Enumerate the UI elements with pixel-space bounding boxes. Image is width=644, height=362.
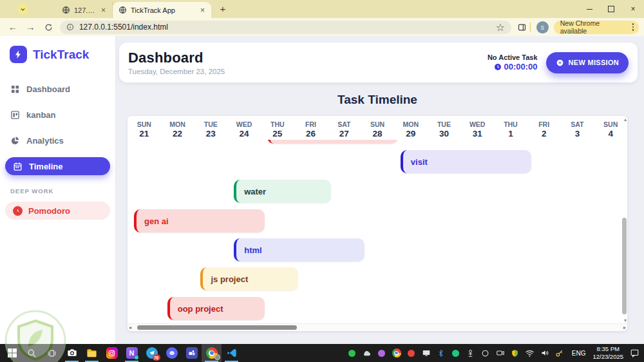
scrollbar-down-icon[interactable]: ▾ bbox=[624, 318, 627, 323]
site-info-icon[interactable] bbox=[66, 23, 74, 31]
vscode-app[interactable] bbox=[222, 344, 242, 362]
camera-icon bbox=[67, 348, 77, 358]
day-of-week: FRI bbox=[294, 120, 328, 129]
timeline-day-tue-30: TUE30 bbox=[428, 120, 461, 140]
sidebar-item-timeline[interactable]: Timeline bbox=[5, 157, 110, 175]
sidebar-item-pomodoro[interactable]: Pomodoro bbox=[5, 202, 110, 220]
task-bar-gen-ai[interactable]: gen ai bbox=[134, 209, 265, 233]
tab-search-button[interactable] bbox=[17, 4, 28, 15]
app-logo: TickTrack bbox=[0, 36, 115, 63]
browser-chrome: 127.0.0.1 × TickTrack App × + × ← → bbox=[0, 0, 644, 36]
task-bar-oop-project[interactable]: oop project bbox=[167, 297, 265, 320]
tab-close-icon[interactable]: × bbox=[198, 6, 207, 15]
browser-tab-inactive[interactable]: 127.0.0.1 × bbox=[56, 2, 113, 18]
horizontal-scrollbar-thumb[interactable] bbox=[137, 325, 297, 330]
globe-favicon-icon bbox=[118, 6, 127, 14]
task-label: gen ai bbox=[144, 216, 169, 226]
discord-app[interactable] bbox=[162, 344, 182, 362]
teams-app[interactable] bbox=[182, 344, 202, 362]
app-logo-text: TickTrack bbox=[33, 48, 89, 62]
task-bar-html[interactable]: html bbox=[234, 238, 365, 262]
horizontal-scrollbar[interactable]: ◂ ▸ bbox=[128, 323, 627, 331]
sidebar: TickTrack DashboardkanbanAnalyticsTimeli… bbox=[0, 36, 116, 344]
sidebar-item-label: Timeline bbox=[29, 162, 63, 171]
timeline-day-thu-25: THU25 bbox=[261, 120, 294, 140]
windows-taskbar: N76 ENG 8:35 PM 12/23/2025 bbox=[0, 344, 644, 362]
timeline-title: Task Timeline bbox=[128, 93, 627, 107]
battery-icon[interactable] bbox=[480, 348, 491, 358]
browser-tab-active[interactable]: TickTrack App × bbox=[113, 2, 211, 18]
defender-shield-icon[interactable] bbox=[510, 348, 520, 358]
timeline-day-sun-4: SUN4 bbox=[594, 120, 627, 140]
sidebar-item-analytics[interactable]: Analytics bbox=[0, 131, 115, 149]
day-number: 27 bbox=[327, 129, 361, 139]
cloud-icon[interactable] bbox=[362, 348, 372, 358]
browser-menu-icon[interactable] bbox=[631, 22, 636, 32]
key-icon[interactable] bbox=[554, 348, 565, 358]
telegram-app[interactable]: 76 bbox=[142, 344, 162, 362]
downloader-icon[interactable] bbox=[347, 348, 357, 358]
globe-favicon-icon bbox=[62, 6, 70, 14]
capture-device-icon[interactable] bbox=[495, 348, 506, 358]
timeline-bars-area: visitwatergen aihtmljs projectoop projec… bbox=[128, 116, 627, 331]
new-mission-button[interactable]: NEW MISSION bbox=[546, 52, 629, 73]
scrollbar-up-icon[interactable]: ▴ bbox=[624, 117, 627, 122]
vertical-scrollbar-thumb[interactable] bbox=[622, 218, 627, 314]
page-title: Dashboard bbox=[128, 50, 225, 66]
clock-icon bbox=[13, 206, 23, 216]
task-label: js project bbox=[211, 274, 248, 284]
start-button[interactable] bbox=[2, 344, 22, 362]
language-indicator[interactable]: ENG bbox=[572, 350, 586, 357]
new-tab-button[interactable]: + bbox=[215, 1, 231, 16]
sidebar-item-kanban[interactable]: kanban bbox=[0, 106, 115, 124]
sidebar-item-dashboard[interactable]: Dashboard bbox=[0, 80, 115, 98]
task-bar-visit[interactable]: visit bbox=[401, 150, 531, 173]
tab-close-icon[interactable]: × bbox=[99, 6, 108, 15]
forward-button[interactable]: → bbox=[23, 19, 39, 35]
url-text[interactable]: 127.0.0.1:5501/index.html bbox=[79, 23, 491, 32]
bluetooth-icon[interactable] bbox=[436, 348, 446, 358]
green-app-icon[interactable] bbox=[451, 348, 461, 358]
usb-icon[interactable] bbox=[466, 348, 476, 358]
search-button[interactable] bbox=[22, 344, 42, 362]
wifi-icon[interactable] bbox=[525, 348, 535, 358]
action-center-icon[interactable] bbox=[630, 348, 639, 357]
day-number: 22 bbox=[161, 129, 194, 139]
chrome-app[interactable] bbox=[202, 344, 222, 362]
task-bar-js-project[interactable]: js project bbox=[200, 267, 298, 291]
sidebar-nav: DashboardkanbanAnalyticsTimeline bbox=[0, 80, 115, 175]
task-view-button[interactable] bbox=[42, 344, 62, 362]
bookmark-star-icon[interactable]: ☆ bbox=[496, 21, 505, 33]
taskbar-clock[interactable]: 8:35 PM 12/23/2025 bbox=[592, 345, 623, 361]
volume-icon[interactable] bbox=[540, 348, 550, 358]
maximize-button[interactable] bbox=[600, 0, 622, 18]
page-date: Tuesday, December 23, 2025 bbox=[128, 68, 225, 75]
instagram-app[interactable] bbox=[102, 344, 122, 362]
camera-app[interactable] bbox=[62, 344, 82, 362]
back-button[interactable]: ← bbox=[5, 19, 21, 35]
red-app-icon[interactable] bbox=[406, 348, 417, 358]
task-label: water bbox=[244, 187, 266, 196]
timeline-day-fri-26: FRI26 bbox=[294, 120, 328, 140]
minimize-button[interactable] bbox=[578, 0, 600, 18]
task-bar-water[interactable]: water bbox=[234, 180, 331, 203]
file-explorer-app[interactable] bbox=[82, 344, 102, 362]
display-icon[interactable] bbox=[421, 348, 431, 358]
update-chrome-button[interactable]: New Chrome available bbox=[554, 21, 639, 34]
app-badge-icon[interactable] bbox=[377, 348, 387, 358]
close-window-button[interactable]: × bbox=[622, 0, 644, 18]
side-panel-icon[interactable] bbox=[517, 23, 527, 32]
timeline-day-wed-31: WED31 bbox=[460, 120, 494, 140]
scrollbar-right-icon[interactable]: ▸ bbox=[623, 325, 626, 330]
screen: 127.0.0.1 × TickTrack App × + × ← → bbox=[0, 0, 644, 362]
kanban-icon bbox=[10, 110, 20, 120]
teams-icon bbox=[186, 347, 198, 359]
address-bar[interactable]: 127.0.0.1:5501/index.html ☆ bbox=[60, 21, 511, 34]
profile-avatar[interactable]: s bbox=[536, 21, 549, 33]
purple-n-app[interactable]: N bbox=[122, 344, 142, 362]
task-label: visit bbox=[411, 157, 428, 167]
chrome-tray-icon[interactable] bbox=[392, 348, 402, 358]
scrollbar-left-icon[interactable]: ◂ bbox=[129, 325, 131, 330]
reload-button[interactable] bbox=[41, 19, 56, 35]
day-of-week: THU bbox=[261, 120, 294, 129]
